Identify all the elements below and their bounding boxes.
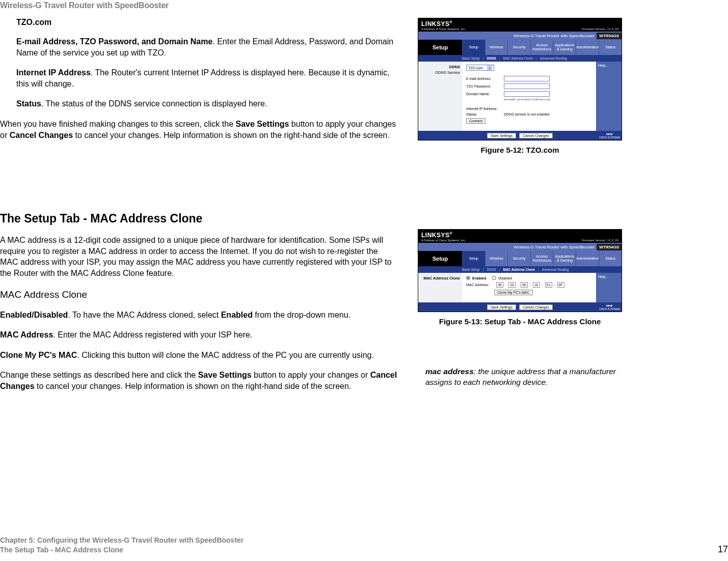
figure-tzo: LINKSYS® A Division of Cisco Systems, In… bbox=[418, 18, 622, 154]
radio-enabled[interactable] bbox=[466, 276, 470, 280]
ddns-status-value: DDNS service is not enabled bbox=[504, 113, 550, 116]
figure-2-caption: Figure 5-13: Setup Tab - MAC Address Clo… bbox=[418, 317, 622, 326]
product-name: Wireless-G Travel Router with SpeedBoost… bbox=[421, 34, 597, 38]
domain-example: example: yourcarrot.mylinksys.org bbox=[504, 98, 593, 101]
subnav-mac-clone[interactable]: MAC Address Clone bbox=[503, 268, 535, 271]
email-field[interactable] bbox=[504, 76, 550, 81]
tab-status[interactable]: Status bbox=[599, 40, 622, 55]
mac-seg-3[interactable]: 16 bbox=[533, 282, 540, 288]
mac-seg-0[interactable]: 00 bbox=[496, 282, 503, 288]
mac-subheading: MAC Address Clone bbox=[0, 289, 397, 300]
setup-big-tab: Setup bbox=[418, 40, 462, 55]
tzo-para-ip: Internet IP Address. The Router's curren… bbox=[16, 67, 397, 89]
clone-my-pc-mac-button[interactable]: Clone My PC's MAC bbox=[494, 290, 533, 295]
firmware-version: Firmware Version: V1.0_00 bbox=[582, 27, 618, 31]
firmware-version: Firmware Version: V1.0_00 bbox=[582, 239, 618, 242]
help-column[interactable]: Help... bbox=[596, 273, 622, 302]
subnav-ddns[interactable]: DDNS bbox=[487, 57, 496, 60]
tab-access-restrictions[interactable]: Access Restrictions bbox=[530, 40, 553, 55]
mac-clone-para: Clone My PC's MAC. Clicking this button … bbox=[0, 350, 397, 361]
left-label-ddns: DDNS DDNS Service bbox=[418, 62, 462, 131]
tzo-heading: TZO.com bbox=[16, 18, 397, 27]
mac-seg-4[interactable]: E1 bbox=[545, 282, 552, 288]
tab-setup[interactable]: Setup bbox=[462, 40, 485, 55]
subnav-ddns[interactable]: DDNS bbox=[487, 268, 496, 271]
model-badge: WTR54GS bbox=[597, 244, 622, 250]
setup-big-tab: Setup bbox=[418, 251, 462, 266]
tzo-screenshot: LINKSYS® A Division of Cisco Systems, In… bbox=[418, 18, 622, 141]
radio-disabled[interactable] bbox=[492, 276, 496, 280]
figure-mac-clone: LINKSYS® A Division of Cisco Systems, In… bbox=[418, 229, 622, 326]
model-badge: WTR54GS bbox=[597, 33, 622, 39]
tab-wireless[interactable]: Wireless bbox=[485, 251, 508, 266]
tzo-para-email: E-mail Address, TZO Password, and Domain… bbox=[16, 36, 397, 58]
tzo-status-bold: Status bbox=[16, 99, 41, 108]
mac-address-para: MAC Address. Enter the MAC Address regis… bbox=[0, 329, 397, 341]
tab-setup[interactable]: Setup bbox=[462, 251, 485, 266]
tab-applications-gaming[interactable]: Applications & Gaming bbox=[553, 251, 576, 266]
tab-administration[interactable]: Administration bbox=[576, 251, 599, 266]
page-number: 17 bbox=[718, 544, 728, 555]
linksys-logo: LINKSYS® A Division of Cisco Systems, In… bbox=[421, 20, 466, 31]
tzo-para-status: Status. The status of the DDNS service c… bbox=[16, 98, 397, 109]
tab-applications-gaming[interactable]: Applications & Gaming bbox=[553, 40, 576, 55]
linksys-logo: LINKSYS® A Division of Cisco Systems, In… bbox=[421, 232, 466, 242]
footer-chapter: Chapter 5: Configuring the Wireless-G Tr… bbox=[0, 536, 244, 545]
main-text-column: TZO.com E-mail Address, TZO Password, an… bbox=[0, 18, 397, 401]
cancel-changes-button[interactable]: Cancel Changes bbox=[519, 304, 553, 310]
chevron-down-icon: ▾ bbox=[487, 65, 492, 70]
cancel-changes-button[interactable]: Cancel Changes bbox=[519, 133, 553, 138]
product-name: Wireless-G Travel Router with SpeedBoost… bbox=[421, 245, 597, 249]
subnav-advanced-routing[interactable]: Advanced Routing bbox=[540, 57, 567, 60]
save-settings-button[interactable]: Save Settings bbox=[487, 304, 516, 310]
left-label-mac: MAC Address Clone bbox=[418, 273, 462, 302]
tab-administration[interactable]: Administration bbox=[576, 40, 599, 55]
mac-seg-2[interactable]: 00 bbox=[521, 282, 528, 288]
tab-security[interactable]: Security bbox=[507, 40, 530, 55]
save-paragraph-2: Change these settings as described here … bbox=[0, 370, 397, 391]
tab-security[interactable]: Security bbox=[507, 251, 530, 266]
figure-1-caption: Figure 5-12: TZO.com bbox=[418, 146, 622, 154]
glossary-note: mac address: the unique address that a m… bbox=[425, 367, 622, 388]
save-paragraph-1: When you have finished making changes to… bbox=[0, 119, 397, 141]
tab-access-restrictions[interactable]: Access Restrictions bbox=[530, 251, 553, 266]
help-column[interactable]: Help... bbox=[596, 62, 622, 131]
glossary-term: mac address bbox=[425, 367, 474, 376]
tab-wireless[interactable]: Wireless bbox=[485, 40, 508, 55]
mac-enabled-para: Enabled/Disabled. To have the MAC Addres… bbox=[0, 310, 397, 321]
footer-section: The Setup Tab - MAC Address Clone bbox=[0, 545, 244, 555]
page-footer: Chapter 5: Configuring the Wireless-G Tr… bbox=[0, 536, 728, 555]
tzo-email-bold: E-mail Address, TZO Password, and Domain… bbox=[16, 37, 212, 46]
cisco-logo: CISCO SYSTEMS bbox=[599, 133, 620, 139]
mac-seg-5[interactable]: 6F bbox=[557, 282, 564, 288]
subnav-mac-clone[interactable]: MAC Address Clone bbox=[503, 57, 533, 60]
running-header: Wireless-G Travel Router with SpeedBoost… bbox=[0, 1, 169, 10]
tzo-status-rest: . The status of the DDNS service connect… bbox=[41, 99, 267, 108]
domain-name-field[interactable] bbox=[504, 91, 550, 97]
subnav-basic-setup[interactable]: Basic Setup bbox=[462, 57, 480, 60]
mac-intro: A MAC address is a 12-digit code assigne… bbox=[0, 235, 397, 278]
subnav-basic-setup[interactable]: Basic Setup bbox=[462, 268, 480, 271]
mac-seg-1[interactable]: 10 bbox=[508, 282, 516, 288]
mac-screenshot: LINKSYS® A Division of Cisco Systems, In… bbox=[418, 229, 622, 312]
tzo-password-field[interactable] bbox=[504, 83, 550, 89]
tzo-ip-bold: Internet IP Address bbox=[16, 68, 91, 77]
mac-section-heading: The Setup Tab - MAC Address Clone bbox=[0, 212, 397, 226]
subnav-advanced-routing[interactable]: Advanced Routing bbox=[542, 268, 569, 271]
connect-button[interactable]: Connect bbox=[466, 118, 486, 124]
tab-status[interactable]: Status bbox=[599, 251, 622, 266]
ddns-service-select[interactable]: TZO.com ▾ bbox=[466, 65, 494, 71]
save-settings-button[interactable]: Save Settings bbox=[487, 133, 516, 138]
cisco-logo: CISCO SYSTEMS bbox=[599, 305, 620, 311]
